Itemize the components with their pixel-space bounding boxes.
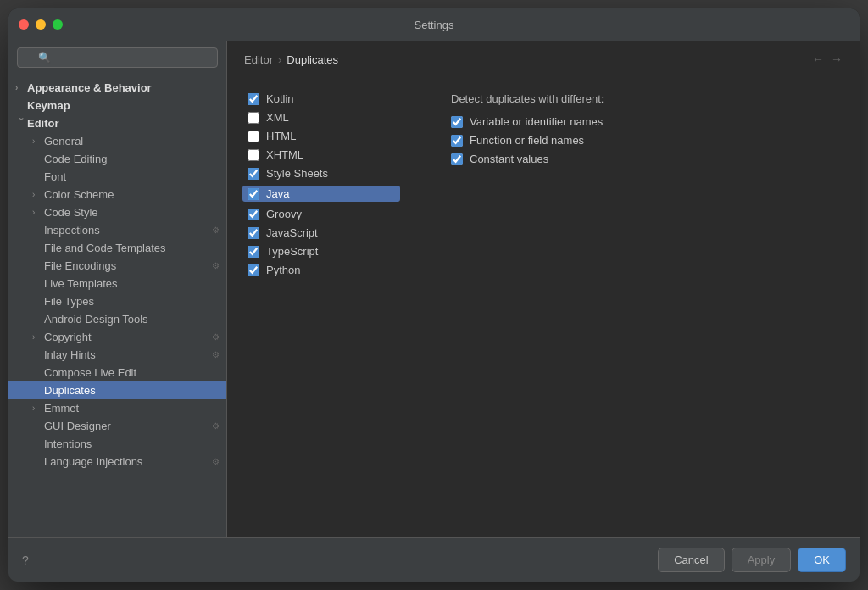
sidebar-item-inspections[interactable]: › Inspections ⚙ [8,221,226,239]
sidebar-item-file-code-templates[interactable]: › File and Code Templates [8,239,226,257]
breadcrumb-separator: › [278,53,281,66]
ok-button[interactable]: OK [798,548,846,572]
sidebar-item-color-scheme[interactable]: › Color Scheme [8,186,226,203]
close-button[interactable] [19,19,29,30]
sidebar-item-label: File Encodings [44,259,209,272]
function-names-checkbox[interactable] [451,135,463,147]
sidebar-item-keymap[interactable]: › Keymap [8,97,226,114]
sidebar-item-label: File Types [44,295,220,308]
sidebar-item-label: Copyright [44,331,209,343]
python-checkbox[interactable] [248,264,259,276]
sidebar-item-intentions[interactable]: › Intentions [8,435,226,453]
sidebar-item-font[interactable]: › Font [8,168,226,186]
detect-function-names: Function or field names [451,134,839,147]
footer-buttons: Cancel Apply OK [658,548,846,572]
xml-checkbox[interactable] [248,112,259,124]
maximize-button[interactable] [53,19,63,30]
constant-values-label[interactable]: Constant values [470,153,548,165]
sidebar-item-label: Emmet [44,402,220,415]
typescript-checkbox[interactable] [248,246,259,258]
main-body: ⌕ › Appearance & Behavior › Keymap › [8,41,860,537]
sidebar-item-label: Code Editing [44,153,220,165]
content-area: Editor › Duplicates ← → Kotlin [227,41,860,537]
sidebar-item-editor[interactable]: › Editor [8,114,226,132]
search-input[interactable] [17,47,218,68]
language-html: HTML [248,130,400,142]
badge-icon: ⚙ [212,225,220,235]
xml-label[interactable]: XML [266,111,289,124]
help-button[interactable]: ? [22,554,29,567]
sidebar-item-duplicates[interactable]: › Duplicates [8,381,226,399]
sidebar-item-file-encodings[interactable]: › File Encodings ⚙ [8,257,226,275]
java-checkbox[interactable] [248,188,259,200]
sidebar-item-code-editing[interactable]: › Code Editing [8,150,226,168]
sidebar-item-file-types[interactable]: › File Types [8,292,226,310]
groovy-checkbox[interactable] [248,209,259,220]
language-style-sheets: Style Sheets [248,167,400,180]
groovy-label[interactable]: Groovy [266,208,302,220]
nav-arrows: ← → [812,53,843,66]
variable-names-label[interactable]: Variable or identifier names [470,115,603,128]
language-typescript: TypeScript [248,245,400,258]
nav-tree: › Appearance & Behavior › Keymap › Edito… [8,75,226,537]
sidebar-item-label: GUI Designer [44,420,209,432]
breadcrumb-current: Duplicates [287,53,338,66]
variable-names-checkbox[interactable] [451,116,463,128]
search-bar: ⌕ [8,41,226,75]
kotlin-label[interactable]: Kotlin [266,92,294,105]
sidebar-item-live-templates[interactable]: › Live Templates [8,275,226,292]
style-sheets-label[interactable]: Style Sheets [266,167,328,180]
breadcrumb-parent: Editor [244,53,273,66]
html-checkbox[interactable] [248,131,259,142]
sidebar-item-general[interactable]: › General [8,132,226,150]
badge-icon: ⚙ [212,261,220,270]
javascript-label[interactable]: JavaScript [266,226,318,239]
chevron-icon: › [15,83,27,92]
sidebar-item-label: Inlay Hints [44,348,209,361]
footer: ? Cancel Apply OK [8,537,860,582]
apply-button[interactable]: Apply [732,548,792,572]
constant-values-checkbox[interactable] [451,153,463,165]
forward-arrow[interactable]: → [831,53,843,66]
chevron-icon: › [32,190,44,199]
javascript-checkbox[interactable] [248,227,259,239]
sidebar-item-label: Inspections [44,224,209,237]
html-label[interactable]: HTML [266,130,296,142]
chevron-icon: › [32,404,44,413]
badge-icon: ⚙ [212,421,220,431]
sidebar-item-language-injections[interactable]: › Language Injections ⚙ [8,453,226,470]
languages-list: Kotlin XML HTML XHTML [248,92,400,520]
settings-window: Settings ⌕ › Appearance & Behavior › [8,8,860,582]
sidebar-item-inlay-hints[interactable]: › Inlay Hints ⚙ [8,346,226,364]
chevron-icon: › [17,118,26,130]
sidebar-item-code-style[interactable]: › Code Style [8,203,226,221]
xhtml-checkbox[interactable] [248,149,259,161]
minimize-button[interactable] [36,19,46,30]
kotlin-checkbox[interactable] [248,93,259,105]
sidebar-item-emmet[interactable]: › Emmet [8,399,226,417]
sidebar-item-label: Android Design Tools [44,313,220,326]
java-label[interactable]: Java [266,187,289,200]
xhtml-label[interactable]: XHTML [266,148,303,161]
chevron-icon: › [32,332,44,342]
cancel-button[interactable]: Cancel [658,548,724,572]
detect-options: Detect duplicates with different: Variab… [451,92,839,520]
breadcrumb: Editor › Duplicates [244,53,338,66]
sidebar-item-android-design[interactable]: › Android Design Tools [8,310,226,328]
style-sheets-checkbox[interactable] [248,168,259,180]
back-arrow[interactable]: ← [812,53,824,66]
sidebar: ⌕ › Appearance & Behavior › Keymap › [8,41,227,537]
language-python: Python [248,264,400,276]
typescript-label[interactable]: TypeScript [266,245,318,258]
sidebar-item-label: Intentions [44,437,220,450]
search-wrapper: ⌕ [17,47,218,68]
sidebar-item-appearance[interactable]: › Appearance & Behavior [8,79,226,97]
sidebar-item-copyright[interactable]: › Copyright ⚙ [8,328,226,346]
sidebar-item-gui-designer[interactable]: › GUI Designer ⚙ [8,417,226,435]
language-kotlin: Kotlin [248,92,400,105]
sidebar-item-compose-live[interactable]: › Compose Live Edit [8,364,226,381]
python-label[interactable]: Python [266,264,300,276]
sidebar-item-label: Appearance & Behavior [27,81,220,94]
chevron-icon: › [32,208,44,217]
function-names-label[interactable]: Function or field names [470,134,584,147]
